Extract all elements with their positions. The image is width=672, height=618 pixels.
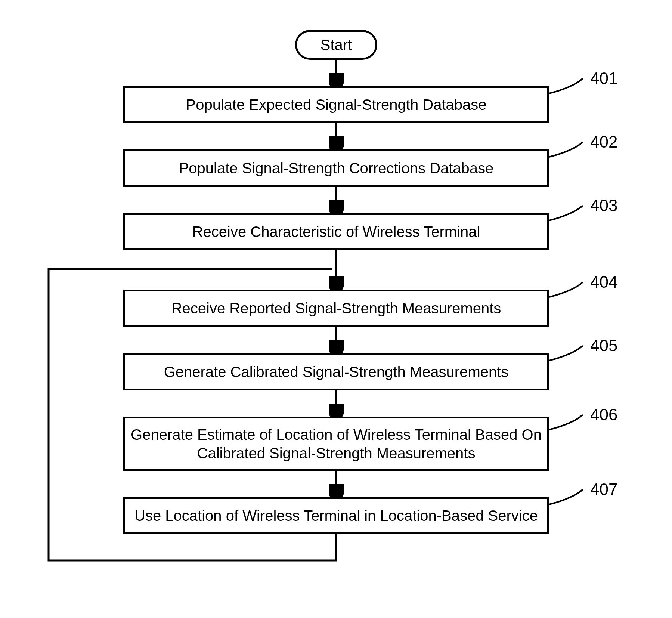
start-terminator: Start — [295, 30, 377, 60]
step-401: Populate Expected Signal-Strength Databa… — [123, 86, 549, 123]
step-401-text: Populate Expected Signal-Strength Databa… — [186, 95, 487, 114]
step-405: Generate Calibrated Signal-Strength Meas… — [123, 353, 549, 390]
step-404-id: 404 — [590, 273, 617, 291]
step-406-text: Generate Estimate of Location of Wireles… — [129, 425, 544, 463]
step-404-text: Receive Reported Signal-Strength Measure… — [171, 299, 501, 318]
step-406: Generate Estimate of Location of Wireles… — [123, 417, 549, 471]
step-403-text: Receive Characteristic of Wireless Termi… — [192, 222, 480, 241]
step-403: Receive Characteristic of Wireless Termi… — [123, 213, 549, 250]
step-404: Receive Reported Signal-Strength Measure… — [123, 290, 549, 327]
flowchart-canvas: Start Populate Expected Signal-Strength … — [0, 0, 672, 618]
step-402: Populate Signal-Strength Corrections Dat… — [123, 149, 549, 187]
step-402-text: Populate Signal-Strength Corrections Dat… — [179, 159, 494, 177]
step-405-text: Generate Calibrated Signal-Strength Meas… — [164, 362, 509, 381]
step-407-text: Use Location of Wireless Terminal in Loc… — [134, 506, 538, 525]
step-402-id: 402 — [590, 133, 617, 151]
step-407: Use Location of Wireless Terminal in Loc… — [123, 497, 549, 534]
step-403-id: 403 — [590, 196, 617, 215]
step-407-id: 407 — [590, 480, 617, 499]
step-406-id: 406 — [590, 405, 617, 424]
start-label: Start — [320, 37, 352, 53]
step-405-id: 405 — [590, 336, 617, 355]
step-401-id: 401 — [590, 69, 617, 88]
